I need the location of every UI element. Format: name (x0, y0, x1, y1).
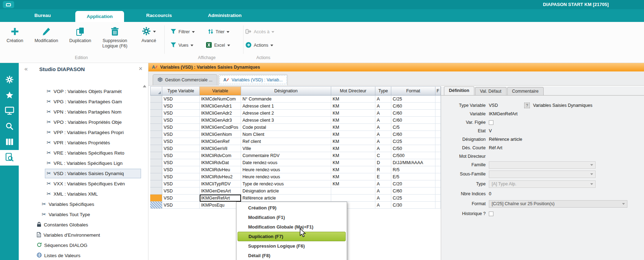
cell[interactable]: IKMCliGenVil (200, 145, 241, 152)
cell[interactable]: VSD (162, 180, 200, 187)
cell[interactable]: Désignation article (241, 187, 331, 195)
vues-button[interactable]: Vues (170, 41, 193, 50)
cell[interactable]: VSD (162, 103, 200, 110)
cell[interactable]: A (375, 131, 391, 138)
column-header[interactable]: Format (391, 86, 435, 96)
cell[interactable]: IKMCliRdvHeu2 (200, 173, 241, 180)
dropdown[interactable]: [A] Type Alp. (489, 180, 596, 188)
sidebar-item[interactable]: ✂VRE : Variables Spécifiques Reto (19, 148, 141, 158)
menu-tab-administration[interactable]: Administration (195, 9, 254, 22)
strip-item-search-document-icon[interactable] (0, 150, 19, 166)
row-selector[interactable] (150, 173, 162, 180)
context-menu-item[interactable]: Duplication (F7) (238, 232, 346, 241)
cell[interactable]: Code postal (241, 124, 331, 131)
menu-tab-bureau[interactable]: Bureau (21, 9, 65, 22)
sidebar-item[interactable]: ✂VRL : Variables Spécifiques Lign (19, 158, 141, 168)
sidebar-item[interactable]: Variables d'Environnement (19, 230, 141, 240)
row-selector[interactable] (150, 96, 162, 103)
cell[interactable]: KM (331, 110, 375, 117)
row-selector[interactable] (150, 202, 162, 209)
dropdown[interactable]: [C/25] Chaîne sur 25 Position(s) (489, 200, 627, 208)
cell[interactable]: Type de rendez-vous (241, 180, 331, 187)
sidebar-item[interactable]: ✂Variables Tout Type (19, 209, 141, 220)
cell[interactable]: D (375, 159, 391, 166)
table-row[interactable]: VSDIKMCliRdvHeu2Heure rendez-vousKMEE/5 (150, 173, 441, 180)
cell[interactable]: Commentaire RDV (241, 152, 331, 159)
cell[interactable]: A (375, 110, 391, 117)
table-row[interactable]: VSDIKMCliGenAdr3Adresse client 3KMAC/60 (150, 117, 441, 124)
dropdown[interactable] (489, 171, 596, 178)
cell[interactable]: R (375, 166, 391, 173)
cell[interactable]: Adresse client 3 (241, 117, 331, 124)
cell[interactable]: IKMGenRefArt (200, 195, 241, 202)
checkbox[interactable] (489, 120, 493, 125)
trier-button[interactable]: Trier (208, 27, 229, 36)
strip-item-columns-icon[interactable] (0, 134, 19, 150)
column-header[interactable]: Mot Directeur (331, 86, 375, 96)
sidebar-item[interactable]: Listes de Valeurs (19, 250, 141, 260)
cell[interactable]: KM (331, 166, 375, 173)
detail-tab[interactable]: Val. Défaut (475, 87, 507, 95)
cell[interactable]: IKMCdeNumCom (200, 96, 241, 103)
row-selector[interactable] (150, 117, 162, 124)
cell[interactable]: IKMCliGenAdr1 (200, 103, 241, 110)
cell[interactable]: VSD (162, 187, 200, 195)
cell[interactable]: VSD (162, 152, 200, 159)
row-selector[interactable] (150, 152, 162, 159)
cell[interactable]: IKMCliGenRef (200, 138, 241, 145)
help-button[interactable]: ? (524, 103, 530, 108)
cell[interactable]: E/5 (391, 173, 435, 180)
cell[interactable]: KM (331, 96, 375, 103)
cell[interactable]: KM (331, 159, 375, 166)
sidebar-item[interactable]: ✂VPR : Variables Propriétés (19, 138, 141, 148)
cell[interactable]: A (375, 195, 391, 202)
sidebar-item[interactable]: ✂VXX : Variables Spécifiques Evén (19, 179, 141, 189)
detail-tab[interactable]: Définition (444, 86, 474, 95)
cell[interactable]: IKMGenDesArt (200, 187, 241, 195)
cell[interactable]: VSD (162, 202, 200, 209)
table-row[interactable]: VSDIKMCliGenAdr1Adresse client 1KMAC/60 (150, 103, 441, 110)
cell[interactable]: C/5 (391, 124, 435, 131)
table-row[interactable]: VSDIKMGenRefArtRéférence articleAC/25 (150, 195, 441, 202)
table-row[interactable]: VSDIKMCliTypRDVType de rendez-vousKMAC/2… (150, 180, 441, 187)
cell[interactable]: C/20 (391, 180, 435, 187)
collapse-icon[interactable]: « (24, 65, 28, 73)
cell[interactable]: IKMCliGenAdr2 (200, 110, 241, 117)
sidebar-item[interactable]: ✂VPN : Variables Partagées Nom (19, 107, 141, 117)
avance-button[interactable]: Avancé (135, 25, 163, 44)
context-menu-item[interactable]: Création (F9) (238, 203, 346, 213)
row-selector[interactable] (150, 159, 162, 166)
cell[interactable]: C (375, 152, 391, 159)
cell[interactable]: Date rendez-vous (241, 159, 331, 166)
sidebar-item[interactable]: ✂XML : Variables XML (19, 189, 141, 199)
cell[interactable]: IKMCliRdvCom (200, 152, 241, 159)
column-header[interactable]: F (435, 86, 441, 96)
cell[interactable]: C/25 (391, 96, 435, 103)
cell[interactable]: IKMCliGenAdr3 (200, 117, 241, 124)
cell[interactable]: VIlle (241, 145, 331, 152)
table-row[interactable]: VSDIKMCliRdvComCommentaire RDVKMCC/500 (150, 152, 441, 159)
cell[interactable]: KM (331, 173, 375, 180)
cell[interactable]: VSD (162, 195, 200, 202)
close-icon[interactable]: × (139, 65, 142, 73)
cell[interactable]: Référence article (241, 195, 331, 202)
cell[interactable]: KM (331, 124, 375, 131)
cell[interactable] (331, 187, 375, 195)
cell[interactable]: C/25 (391, 138, 435, 145)
strip-item-gear-icon[interactable] (0, 72, 19, 88)
acces-a-button[interactable]: Accès à (245, 27, 274, 36)
doc-tab[interactable]: AVariables (VSD) : Variab... (218, 74, 288, 85)
table-row[interactable]: VSDIKMCliRdvDatDate rendez-vousKMDD/JJ/M… (150, 159, 441, 166)
app-logo-icon[interactable] (3, 1, 14, 8)
cell[interactable]: IKMCliRdvHeu (200, 166, 241, 173)
table-row[interactable]: VSDIKMCliRdvHeuHeure rendez-vousKMRR/5 (150, 166, 441, 173)
cell[interactable]: R/5 (391, 166, 435, 173)
cell[interactable]: C/60 (391, 187, 435, 195)
cell[interactable]: VSD (162, 124, 200, 131)
sidebar-item[interactable]: ✂VPO : Variables Propriétés Obje (19, 117, 141, 127)
row-selector[interactable] (150, 110, 162, 117)
cell[interactable]: Heure rendez-vous (241, 166, 331, 173)
cell[interactable]: C/500 (391, 152, 435, 159)
cell[interactable]: IKMCliTypRDV (200, 180, 241, 187)
context-menu-item[interactable]: Modification Globale (Maj+F1) (238, 222, 346, 232)
